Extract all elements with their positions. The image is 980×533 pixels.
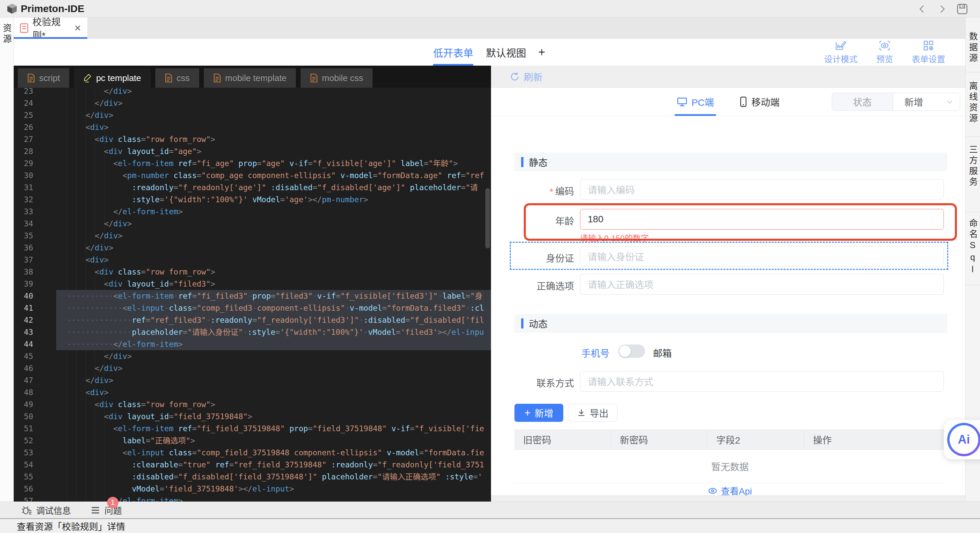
device-tab-label: PC端 <box>692 95 714 108</box>
status-select-label: 状态 <box>832 93 893 110</box>
code-line-50[interactable]: 50 <div layout_id="field_37519848"> <box>14 410 491 423</box>
tab-default-view[interactable]: 默认视图 <box>486 39 526 65</box>
save-icon[interactable] <box>956 3 969 15</box>
code-line-31[interactable]: 31 :readonly="f_readonly['age']" :disabl… <box>14 181 491 194</box>
editor-tab-mobile-css[interactable]: mobile css <box>301 68 372 88</box>
line-number: 42 <box>14 314 33 326</box>
input-code[interactable]: 请输入编码 <box>580 179 944 200</box>
device-tab-mobile[interactable]: 移动端 <box>739 88 780 116</box>
rail-item-1[interactable]: 数据源 <box>967 32 979 64</box>
code-line-45[interactable]: 45 </div> <box>14 350 491 362</box>
code-line-52[interactable]: 52 label="正确选项"> <box>14 434 491 447</box>
code-line-34[interactable]: 34 </div> <box>14 218 491 230</box>
table-header-4: 操作 <box>804 430 945 449</box>
rail-divider <box>966 212 980 212</box>
code-line-35[interactable]: 35 </div> <box>14 230 491 242</box>
code-line-42[interactable]: 42··············ref="ref_filed3"·:readon… <box>14 314 491 326</box>
add-view-button[interactable]: + <box>538 39 545 65</box>
code-line-41[interactable]: 41············<el-input·class="comp_file… <box>14 302 491 314</box>
code-text: vModel='field_37519848'></el-input> <box>56 483 294 495</box>
line-number: 28 <box>14 145 33 158</box>
input-contact[interactable]: 请输入联系方式 <box>580 371 944 392</box>
code-line-43[interactable]: 43··············placeholder="请输入身份证"·:st… <box>14 326 491 338</box>
status-select-value[interactable]: 新增 <box>893 93 960 110</box>
export-button[interactable]: 导出 <box>568 404 617 422</box>
editor-tab-mobile-template[interactable]: mobile template <box>204 68 296 88</box>
code-line-46[interactable]: 46 </div> <box>14 362 491 374</box>
code-line-25[interactable]: 25 </div> <box>14 109 491 121</box>
code-line-24[interactable]: 24 </div> <box>14 97 491 109</box>
code-line-33[interactable]: 33 </el-form-item> <box>14 205 491 218</box>
code-line-48[interactable]: 48 <div> <box>14 387 491 398</box>
ai-gradient-ring: Ai <box>947 423 980 456</box>
rail-item-3[interactable]: 三方服务 <box>967 145 979 188</box>
form-settings-button[interactable]: 表单设置 <box>912 40 945 65</box>
input-correct-option[interactable]: 请输入正确选项 <box>580 274 944 294</box>
toggle-option-phone[interactable]: 手机号 <box>581 346 609 360</box>
tab-lowcode-form[interactable]: 低开表单 <box>433 39 473 65</box>
code-line-49[interactable]: 49 <div class="row form_row"> <box>14 398 491 410</box>
ai-assistant-button[interactable]: Ai <box>944 420 980 459</box>
code-text: </div> <box>56 230 123 242</box>
input-idcard[interactable]: 请输入身份证 <box>580 246 944 267</box>
add-button[interactable]: + 新增 <box>514 404 563 422</box>
code-line-36[interactable]: 36 </div> <box>14 242 491 254</box>
code-text: </div> <box>56 218 132 230</box>
close-tab-icon[interactable]: ✕ <box>74 23 81 33</box>
code-line-27[interactable]: 27 <div class="row form_row"> <box>14 133 491 145</box>
rail-item-4[interactable]: 命名Sql <box>967 219 979 276</box>
code-line-55[interactable]: 55 :disabled="f_disabled['field_37519848… <box>14 471 491 483</box>
preview-button[interactable]: 预览 <box>876 40 893 65</box>
code-text: <el-form-item ref="fi_field_37519848" pr… <box>56 423 484 434</box>
tab-validation-rules[interactable]: 校验规则* ✕ <box>14 18 88 39</box>
line-number: 32 <box>14 194 33 205</box>
code-editor: scriptpc templatecssmobile templatemobil… <box>14 65 491 501</box>
code-line-57[interactable]: 57 </el-form-item> <box>14 495 491 501</box>
editor-body[interactable]: 23 </div>24 </div>25 </div>26 <div>27 <d… <box>14 88 491 501</box>
phone-email-toggle[interactable] <box>618 345 645 358</box>
nav-forward-icon[interactable] <box>936 3 948 15</box>
input-age[interactable]: 180 <box>580 209 944 230</box>
editor-scrollbar[interactable] <box>485 188 490 248</box>
code-line-47[interactable]: 47 </div> <box>14 374 491 387</box>
code-line-51[interactable]: 51 <el-form-item ref="fi_field_37519848"… <box>14 423 491 434</box>
form-file-icon <box>20 23 29 33</box>
code-line-23[interactable]: 23 </div> <box>14 88 491 97</box>
device-tab-pc[interactable]: PC端 <box>677 88 714 116</box>
code-line-54[interactable]: 54 :clearable="true" ref="ref_field_3751… <box>14 459 491 471</box>
code-line-39[interactable]: 39 <div layout_id="filed3"> <box>14 278 491 290</box>
editor-tab-css[interactable]: css <box>155 68 199 88</box>
code-line-44[interactable]: 44··········</el-form-item> <box>14 338 491 350</box>
code-line-40[interactable]: 40··········<el-form-item·ref="fi_filed3… <box>14 290 491 302</box>
line-number: 41 <box>14 302 33 314</box>
code-line-37[interactable]: 37 <div> <box>14 254 491 266</box>
code-line-56[interactable]: 56 vModel='field_37519848'></el-input> <box>14 483 491 495</box>
code-line-26[interactable]: 26 <div> <box>14 121 491 133</box>
debug-info-button[interactable]: 调试信息 <box>21 504 71 516</box>
editor-tab-script[interactable]: script <box>18 68 69 88</box>
rail-item-2[interactable]: 离线资源 <box>967 81 979 124</box>
line-number: 53 <box>14 447 33 459</box>
line-number: 31 <box>14 181 33 194</box>
code-line-30[interactable]: 30 <pm-number class="comp_age component-… <box>14 169 491 181</box>
top-action-buttons: 设计模式预览表单设置 <box>824 39 945 65</box>
line-number: 57 <box>14 495 33 501</box>
code-text: ··········</el-form-item> <box>56 338 491 350</box>
code-line-29[interactable]: 29 <el-form-item ref="fi_age" prop="age"… <box>14 158 491 169</box>
form-settings-icon <box>923 40 934 51</box>
code-line-32[interactable]: 32 :style='{"width":"100%"}' vModel='age… <box>14 194 491 205</box>
file-icon <box>27 73 35 83</box>
nav-back-icon[interactable] <box>916 3 929 15</box>
editor-tab-label: mobile template <box>225 73 287 83</box>
toggle-option-email[interactable]: 邮箱 <box>653 346 672 360</box>
code-line-38[interactable]: 38 <div class="row form_row"> <box>14 266 491 278</box>
editor-tab-pc-template[interactable]: pc template <box>74 68 150 88</box>
code-line-28[interactable]: 28 <div layout_id="age"> <box>14 145 491 158</box>
refresh-button[interactable]: 刷新 <box>510 70 542 83</box>
table-header-3: 字段2 <box>708 430 804 449</box>
sidebar-item-resources[interactable]: 资源 <box>1 24 13 45</box>
design-mode-button[interactable]: 设计模式 <box>824 40 858 65</box>
download-icon <box>577 409 586 417</box>
line-number: 50 <box>14 410 33 423</box>
code-line-53[interactable]: 53 <el-input class="comp_field_37519848 … <box>14 447 491 459</box>
